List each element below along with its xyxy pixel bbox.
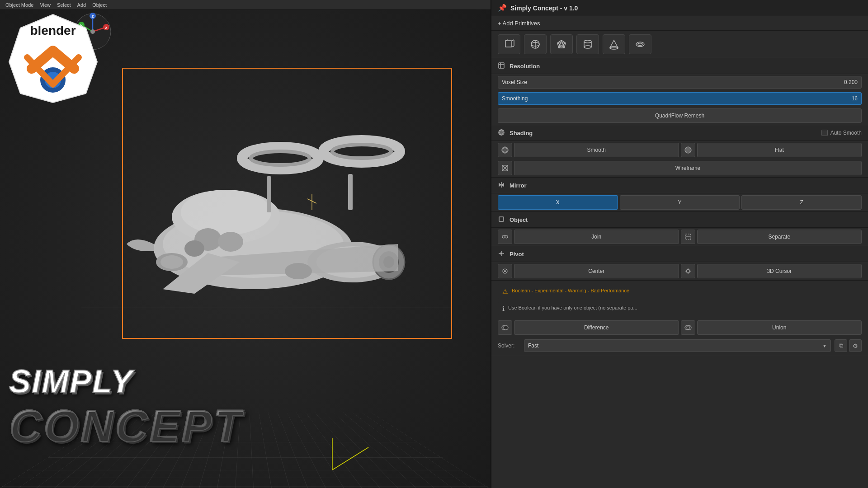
svg-text:X: X: [105, 26, 108, 30]
smooth-button[interactable]: Smooth: [514, 143, 679, 157]
solver-copy-icon[interactable]: ⧉: [835, 339, 847, 352]
menu-object-mode[interactable]: Object Mode: [3, 1, 36, 9]
separate-icon: [681, 230, 695, 244]
center-button[interactable]: Center: [514, 264, 679, 278]
menu-add[interactable]: Add: [75, 1, 89, 9]
solver-settings-icon[interactable]: ⚙: [849, 339, 862, 352]
concept-label: CONCEPT: [9, 400, 243, 452]
center-icon: [498, 264, 512, 278]
add-primitives-button[interactable]: + Add Primitives: [491, 16, 868, 31]
viewport-3d[interactable]: blender X Y Z: [0, 0, 491, 488]
mirror-axis-row: X Y Z: [491, 193, 868, 211]
mirror-header: Mirror: [491, 178, 868, 193]
svg-point-91: [504, 325, 508, 330]
auto-smooth-checkbox[interactable]: [821, 130, 828, 136]
mirror-x-button[interactable]: X: [498, 195, 618, 210]
shading-header: Shading Auto Smooth: [491, 125, 868, 141]
union-icon-btn: [681, 320, 695, 335]
voxel-size-value: 0.200: [844, 79, 858, 85]
solver-value: Fast: [528, 343, 538, 349]
flat-icon-btn: [681, 143, 695, 157]
join-icon: [498, 230, 512, 244]
svg-point-84: [505, 271, 506, 272]
pivot-buttons-row: Center 3D Cursor: [491, 262, 868, 280]
cursor-button[interactable]: 3D Cursor: [697, 264, 862, 278]
axis-display: [287, 434, 377, 488]
svg-rect-62: [499, 63, 504, 68]
svg-rect-40: [505, 41, 512, 47]
shading-section: Shading Auto Smooth Smooth Flat: [491, 125, 868, 178]
solver-icons: ⧉ ⚙: [835, 339, 862, 352]
join-button[interactable]: Join: [514, 230, 679, 244]
smoothing-row: Smoothing 16: [491, 90, 868, 107]
svg-rect-72: [499, 217, 504, 221]
smoothing-field[interactable]: Smoothing 16: [498, 92, 862, 105]
simply-label: SIMPLY: [9, 363, 243, 400]
svg-text:blender: blender: [30, 23, 75, 38]
wireframe-button[interactable]: Wireframe: [514, 161, 862, 175]
prim-ico-sphere-icon[interactable]: [550, 34, 573, 54]
spacecraft-model: [81, 54, 452, 371]
auto-smooth-row: Auto Smooth: [821, 130, 862, 136]
info-text: Use Boolean if you have only one object …: [508, 305, 637, 310]
blender-logo: blender: [5, 10, 102, 107]
object-header: Object: [491, 212, 868, 228]
svg-point-54: [584, 40, 591, 43]
svg-point-67: [685, 147, 691, 153]
pivot-icon: [498, 250, 506, 258]
mirror-y-button[interactable]: Y: [620, 195, 740, 210]
primitives-row: [491, 31, 868, 58]
cursor-icon: [681, 264, 695, 278]
solver-select[interactable]: Fast ▼: [524, 339, 831, 352]
info-icon: ℹ: [502, 305, 505, 312]
selection-bounding-box: [122, 68, 452, 339]
difference-button[interactable]: Difference: [514, 320, 679, 335]
resolution-label: Resolution: [509, 63, 540, 70]
object-icon: [498, 216, 506, 224]
info-box: ℹ Use Boolean if you have only one objec…: [498, 302, 862, 315]
pivot-header: Pivot: [491, 246, 868, 262]
smooth-icon-btn: [498, 143, 512, 157]
prim-torus-icon[interactable]: [629, 34, 651, 54]
svg-point-55: [584, 46, 591, 48]
chevron-down-icon: ▼: [822, 343, 827, 348]
flat-button[interactable]: Flat: [697, 143, 862, 157]
warning-icon: ⚠: [502, 288, 508, 295]
solver-label: Solver:: [498, 343, 520, 349]
resolution-section: Resolution Voxel Size 0.200 Smoothing 16…: [491, 58, 868, 125]
svg-line-38: [332, 447, 368, 470]
resolution-icon: [498, 62, 506, 70]
warning-text: Boolean - Experimental - Warning - Bad P…: [512, 288, 629, 293]
separate-button[interactable]: Separate: [697, 230, 862, 244]
mirror-section: Mirror X Y Z: [491, 178, 868, 212]
shading-icon: [498, 129, 506, 137]
warning-box: ⚠ Boolean - Experimental - Warning - Bad…: [498, 284, 862, 299]
smoothing-label: Smoothing: [502, 95, 528, 102]
mirror-z-button[interactable]: Z: [741, 195, 862, 210]
menu-select[interactable]: Select: [54, 1, 74, 9]
properties-panel: 📌 Simply Concept - v 1.0 + Add Primitive…: [491, 0, 868, 488]
pin-icon: 📌: [498, 4, 507, 12]
pivot-section: Pivot Center 3D Cursor: [491, 246, 868, 281]
voxel-size-field[interactable]: Voxel Size 0.200: [498, 76, 862, 89]
object-section: Object Join Separate: [491, 212, 868, 246]
menu-view[interactable]: View: [37, 1, 53, 9]
voxel-size-label: Voxel Size: [502, 79, 527, 85]
quadriflow-button[interactable]: QuadriFlow Remesh: [498, 108, 862, 123]
mirror-label: Mirror: [509, 182, 527, 189]
panel-title: Simply Concept - v 1.0: [510, 5, 578, 12]
wireframe-icon-btn: [498, 161, 512, 175]
menu-object[interactable]: Object: [90, 1, 109, 9]
prim-cube-icon[interactable]: [498, 34, 520, 54]
shading-buttons-row: Smooth Flat: [491, 141, 868, 159]
boolean-buttons-row: Difference Union: [491, 319, 868, 337]
panel-header: 📌 Simply Concept - v 1.0: [491, 0, 868, 16]
solver-row: Solver: Fast ▼ ⧉ ⚙: [491, 337, 868, 355]
svg-point-73: [502, 235, 505, 238]
prim-cylinder-icon[interactable]: [576, 34, 599, 54]
svg-point-78: [500, 253, 502, 254]
shading-label: Shading: [509, 130, 533, 136]
union-button[interactable]: Union: [697, 320, 862, 335]
prim-sphere-icon[interactable]: [524, 34, 547, 54]
prim-cone-icon[interactable]: [603, 34, 625, 54]
